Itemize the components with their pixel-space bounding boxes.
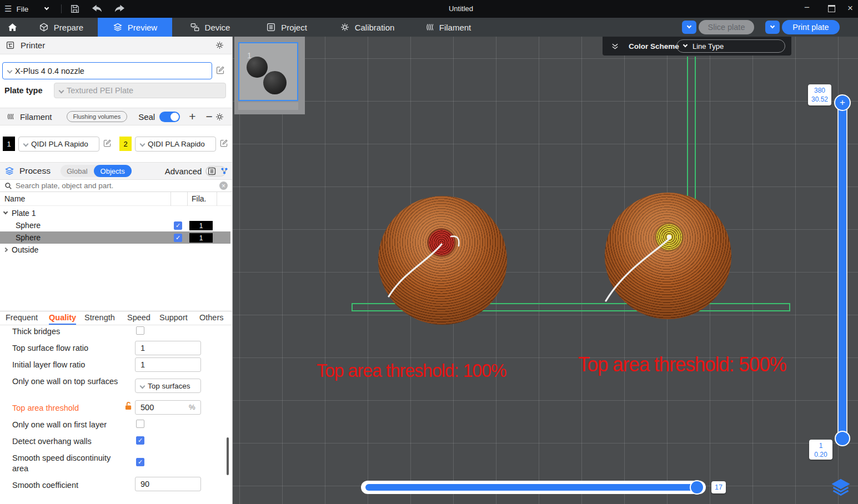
sphere-2-visible-checkbox[interactable]: ✓ — [174, 234, 182, 242]
process-layers-icon — [4, 166, 14, 176]
slice-plate-button[interactable]: Slice plate — [699, 20, 754, 34]
tree-plate-label: Plate 1 — [12, 209, 36, 218]
sphere-1-filament-badge[interactable]: 1 — [189, 221, 213, 230]
filament-1-swatch[interactable]: 1 — [3, 137, 15, 151]
remove-filament-button[interactable]: − — [205, 110, 212, 123]
add-filament-button[interactable]: + — [189, 110, 195, 123]
layer-slider-top-handle[interactable]: + — [834, 94, 851, 111]
filament-2-select[interactable]: QIDI PLA Rapido — [135, 137, 216, 152]
top-area-threshold-unit: % — [189, 403, 195, 411]
printer-preset-select[interactable]: X-Plus 4 0.4 nozzle — [2, 62, 212, 79]
filament-1-select[interactable]: QIDI PLA Rapido — [18, 137, 99, 152]
layer-slider-bottom-handle[interactable] — [835, 431, 850, 446]
printer-section-title: Printer — [21, 41, 45, 50]
plate-type-select[interactable]: Textured PEI Plate — [54, 83, 226, 98]
tab-calibration[interactable]: Calibration — [325, 18, 409, 37]
tab-filament-label: Filament — [439, 23, 471, 32]
printer-edit-icon[interactable] — [215, 65, 225, 75]
top-surface-flow-ratio-input[interactable] — [135, 341, 201, 355]
tab-project[interactable]: Project — [248, 18, 325, 37]
param-tab-speed[interactable]: Speed — [127, 313, 150, 322]
move-slider-handle[interactable] — [690, 480, 704, 495]
tree-row-sphere-1[interactable]: Sphere ✓ 1 — [0, 219, 232, 231]
window-maximize-button[interactable] — [828, 5, 835, 12]
flushing-volumes-button[interactable]: Flushing volumes — [67, 111, 128, 122]
detect-overhang-checkbox[interactable]: ✓ — [136, 436, 144, 445]
expand-chevron-icon[interactable] — [3, 210, 8, 214]
filament-settings-gear-icon[interactable] — [215, 112, 224, 122]
sphere-object-1[interactable] — [378, 196, 507, 325]
only-one-wall-top-select[interactable]: Top surfaces — [135, 379, 201, 393]
segment-objects[interactable]: Objects — [94, 165, 132, 177]
chevron-down-icon — [59, 88, 64, 93]
move-slider-fill — [365, 484, 699, 491]
thick-bridges-checkbox[interactable] — [136, 326, 144, 335]
print-plate-button[interactable]: Print plate — [782, 20, 840, 34]
plate-thumbnail[interactable]: 1 — [234, 37, 305, 114]
smooth-speed-checkbox[interactable]: ✓ — [136, 458, 144, 466]
redo-icon[interactable] — [114, 4, 124, 13]
window-close-button[interactable]: × — [847, 3, 853, 14]
tree-row-plate[interactable]: Plate 1 — [0, 207, 232, 219]
chevron-down-icon — [23, 142, 29, 147]
only-one-wall-first-checkbox[interactable] — [136, 420, 144, 428]
print-plate-dropdown-button[interactable] — [765, 21, 780, 34]
sphere-1-visible-checkbox[interactable]: ✓ — [174, 221, 182, 230]
filament-2-swatch[interactable]: 2 — [119, 137, 132, 151]
file-menu-chevron-icon[interactable] — [44, 6, 49, 10]
search-clear-icon[interactable]: × — [219, 182, 228, 190]
move-slider-groove[interactable] — [361, 481, 706, 494]
param-tab-others[interactable]: Others — [199, 313, 224, 322]
search-input[interactable] — [16, 182, 204, 190]
chevron-down-icon — [140, 383, 145, 389]
toolbar-divider — [61, 4, 62, 13]
process-list-icon[interactable] — [207, 167, 217, 176]
slice-plate-dropdown-button[interactable] — [682, 21, 696, 34]
filament-1-edit-icon[interactable] — [103, 139, 112, 148]
tab-device[interactable]: Device — [172, 18, 248, 37]
file-menu[interactable]: File — [16, 5, 28, 13]
tree-row-outside[interactable]: Outside — [0, 244, 232, 256]
modified-lock-icon[interactable] — [125, 401, 132, 410]
home-button[interactable] — [0, 18, 24, 37]
tab-prepare[interactable]: Prepare — [24, 18, 98, 37]
filament-section-title: Filament — [20, 112, 52, 122]
color-scheme-select[interactable]: Line Type — [676, 39, 785, 53]
process-scope-segment: Global Objects — [61, 165, 132, 177]
settings-scrollbar[interactable] — [227, 437, 229, 475]
tab-filament[interactable]: Filament — [409, 18, 486, 37]
sphere-2-filament-badge[interactable]: 1 — [189, 233, 213, 243]
tree-row-sphere-2-selected[interactable]: Sphere ✓ 1 — [0, 231, 230, 244]
layer-view-icon[interactable] — [830, 477, 851, 497]
advanced-label: Advanced — [165, 167, 202, 176]
param-tab-frequent[interactable]: Frequent — [6, 313, 38, 322]
layer-slider-track[interactable] — [839, 100, 846, 443]
param-tab-quality-active[interactable]: Quality — [49, 313, 76, 325]
printer-settings-gear-icon[interactable] — [215, 41, 224, 50]
chevron-down-icon — [683, 43, 688, 47]
param-tab-strength[interactable]: Strength — [84, 313, 115, 322]
smooth-coefficient-input[interactable] — [135, 477, 201, 491]
undo-icon[interactable] — [92, 4, 102, 13]
preview-3d-viewport[interactable]: Top area threshold: 100% Top area thresh… — [233, 37, 858, 504]
process-structure-icon[interactable] — [220, 167, 229, 175]
hamburger-menu-icon[interactable]: ☰ — [4, 4, 12, 14]
column-divider — [170, 192, 171, 206]
tab-preview[interactable]: Preview — [98, 18, 172, 37]
initial-layer-flow-ratio-input[interactable] — [135, 357, 201, 372]
param-tab-support[interactable]: Support — [159, 313, 188, 322]
seal-toggle[interactable] — [159, 112, 180, 122]
color-scheme-panel: Color Scheme Line Type — [603, 37, 791, 56]
filament-2-edit-icon[interactable] — [219, 139, 228, 148]
segment-global[interactable]: Global — [61, 167, 94, 175]
only-one-wall-top-value: Top surfaces — [148, 382, 190, 390]
layers-icon — [113, 22, 123, 32]
process-section-header: Process Global Objects Advanced — [0, 162, 232, 180]
tab-project-label: Project — [281, 23, 307, 32]
window-minimize-button[interactable]: − — [804, 2, 810, 13]
collapse-double-chevron-icon[interactable] — [611, 43, 619, 50]
sphere-object-2[interactable] — [605, 193, 731, 319]
save-icon[interactable] — [70, 4, 80, 14]
tree-col-name: Name — [4, 194, 25, 203]
collapsed-chevron-icon[interactable] — [3, 248, 8, 252]
